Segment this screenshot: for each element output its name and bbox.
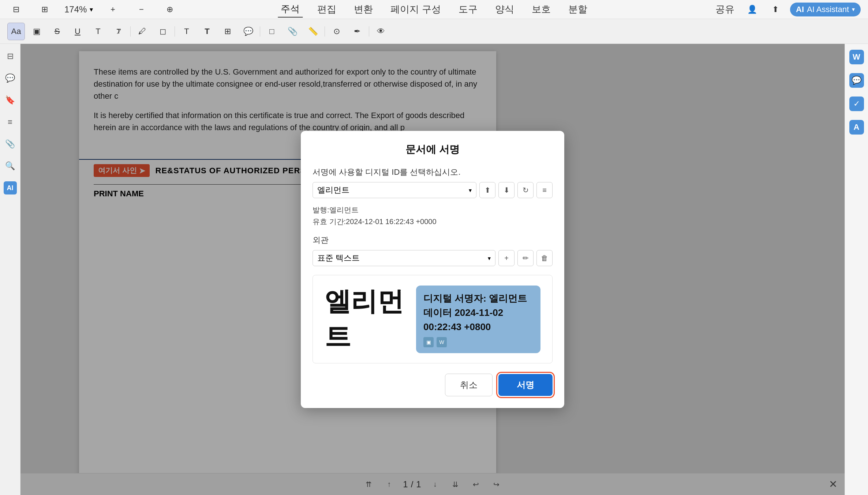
stamp-btn[interactable]: ⊙ <box>328 23 345 40</box>
content-area: These items are controlled by the U.S. G… <box>20 44 845 495</box>
cert-issuer: 발행:엘리먼트 <box>313 204 553 216</box>
menu-forms[interactable]: 양식 <box>492 1 517 17</box>
sidebar-ai-icon[interactable]: AI <box>4 181 17 194</box>
appearance-edit-btn[interactable]: ✏ <box>517 250 534 266</box>
ai-assistant-btn[interactable]: AI AI Assistant ▾ <box>790 3 861 16</box>
right-chat-icon[interactable]: 💬 <box>849 73 864 88</box>
strikethrough-btn[interactable]: S <box>48 23 66 40</box>
text-tool-btn[interactable]: T <box>178 23 195 40</box>
underline-btn[interactable]: U <box>69 23 86 40</box>
sidebar-search-icon[interactable]: 🔍 <box>4 159 17 173</box>
menu-tools[interactable]: 도구 <box>456 1 480 17</box>
right-translate-icon[interactable]: A <box>849 120 864 135</box>
ai-icon-label: AI <box>796 5 804 14</box>
sidebar-comments-icon[interactable]: 💬 <box>4 72 17 85</box>
text-format-btn[interactable]: T̷ <box>110 23 127 40</box>
sig-icons-row: ▣ W <box>423 337 533 347</box>
sig-time-info: 00:22:43 +0800 <box>423 320 533 334</box>
preview-btn[interactable]: 👁 <box>372 23 390 40</box>
top-menu-bar: ⊟ ⊞ 174% ▾ + − ⊕ 주석 편집 변환 페이지 구성 도구 양식 보… <box>0 0 868 19</box>
appearance-delete-btn[interactable]: 🗑 <box>536 250 553 266</box>
ink-sign-btn[interactable]: ✒ <box>348 23 366 40</box>
menu-edit[interactable]: 편집 <box>314 1 339 17</box>
zoom-dropdown-icon[interactable]: ▾ <box>90 5 93 14</box>
sidebar-pages-icon[interactable]: ⊟ <box>4 50 17 63</box>
cert-validity: 유효 기간:2024-12-01 16:22:43 +0000 <box>313 216 553 227</box>
toolbar-divider-1 <box>130 26 131 37</box>
zoom-out-btn[interactable]: − <box>132 1 150 18</box>
sig-icon-1: ▣ <box>423 337 434 347</box>
menu-annotation[interactable]: 주석 <box>278 1 303 18</box>
highlight-rect-btn[interactable]: ▣ <box>28 23 45 40</box>
upload-btn[interactable]: ⬆ <box>767 1 784 18</box>
toolbar-divider-5 <box>369 26 369 37</box>
sig-digital-box: 디지털 서명자: 엘리먼트 데이터 2024-11-02 00:22:43 +0… <box>416 286 540 353</box>
sign-document-modal: 문서에 서명 서명에 사용할 디지털 ID를 선택하십시오. 엘리먼트 ▾ ⬆ … <box>301 131 564 408</box>
menu-page-layout[interactable]: 페이지 구성 <box>388 1 444 17</box>
modal-subtitle: 서명에 사용할 디지털 ID를 선택하십시오. <box>313 167 553 178</box>
appearance-chevron-icon: ▾ <box>488 255 491 262</box>
sig-icon-2: W <box>437 337 447 347</box>
font-btn[interactable]: Aa <box>7 23 25 40</box>
id-import-btn[interactable]: ⬆ <box>479 182 495 198</box>
signature-preview: 엘리먼트 디지털 서명자: 엘리먼트 데이터 2024-11-02 00:22:… <box>313 275 553 363</box>
right-check-icon[interactable]: ✓ <box>849 97 864 111</box>
digital-id-value: 엘리먼트 <box>317 185 349 196</box>
toolbar-divider-3 <box>260 26 260 37</box>
eraser-btn[interactable]: ◻ <box>154 23 172 40</box>
dropdown-chevron-icon: ▾ <box>469 187 472 194</box>
appearance-value: 표준 텍스트 <box>317 253 360 264</box>
sidebar-toggle-btn[interactable]: ⊟ <box>7 1 25 18</box>
modal-overlay: 문서에 서명 서명에 사용할 디지털 ID를 선택하십시오. 엘리먼트 ▾ ⬆ … <box>20 44 845 495</box>
appearance-row: 표준 텍스트 ▾ + ✏ 🗑 <box>313 250 553 266</box>
main-area: ⊟ 💬 🔖 ≡ 📎 🔍 AI These items are controlle… <box>0 44 868 495</box>
share-btn[interactable]: 공유 <box>712 1 737 17</box>
appearance-add-btn[interactable]: + <box>498 250 515 266</box>
ai-assistant-label: AI Assistant <box>807 5 849 14</box>
appearance-dropdown[interactable]: 표준 텍스트 ▾ <box>313 250 495 266</box>
digital-id-dropdown[interactable]: 엘리먼트 ▾ <box>313 182 476 198</box>
sidebar-clips-icon[interactable]: 📎 <box>4 137 17 151</box>
ai-chevron-icon: ▾ <box>852 6 855 13</box>
sig-digital-title: 디지털 서명자: 엘리먼트 <box>423 291 533 306</box>
appearance-label: 외관 <box>313 235 553 246</box>
menu-split[interactable]: 분할 <box>565 1 590 17</box>
zoom-value: 174% <box>64 4 87 15</box>
modal-title: 문서에 서명 <box>313 143 553 156</box>
shape-btn[interactable]: □ <box>263 23 281 40</box>
sig-name: 엘리먼트 <box>325 284 404 354</box>
right-sidebar: W 💬 ✓ A <box>845 44 868 495</box>
menu-convert[interactable]: 변환 <box>351 1 376 17</box>
text-color-btn[interactable]: T <box>89 23 107 40</box>
zoom-control: 174% ▾ <box>64 4 93 15</box>
attach-file-btn[interactable]: 📎 <box>284 23 301 40</box>
callout-btn[interactable]: 💬 <box>239 23 257 40</box>
sidebar-bookmarks-icon[interactable]: 🔖 <box>4 94 17 107</box>
zoom-in-btn[interactable]: + <box>104 1 121 18</box>
cert-info: 발행:엘리먼트 유효 기간:2024-12-01 16:22:43 +0000 <box>313 204 553 227</box>
user-profile-btn[interactable]: 👤 <box>743 1 761 18</box>
grid-toggle-btn[interactable]: ⊞ <box>36 1 53 18</box>
fill-btn[interactable]: 🖊 <box>134 23 151 40</box>
fit-page-btn[interactable]: ⊕ <box>161 1 179 18</box>
sig-date-info: 데이터 2024-11-02 <box>423 306 533 320</box>
left-sidebar: ⊟ 💬 🔖 ≡ 📎 🔍 AI <box>0 44 20 495</box>
menu-protect[interactable]: 보호 <box>529 1 554 17</box>
id-export-btn[interactable]: ⬇ <box>498 182 515 198</box>
digital-id-row: 엘리먼트 ▾ ⬆ ⬇ ↻ ≡ <box>313 182 553 198</box>
ruler-btn[interactable]: 📏 <box>304 23 322 40</box>
sidebar-layers-icon[interactable]: ≡ <box>4 116 17 129</box>
toolbar-divider-2 <box>175 26 175 37</box>
cancel-button[interactable]: 취소 <box>445 374 493 396</box>
modal-btn-row: 취소 서명 <box>313 374 553 396</box>
id-menu-btn[interactable]: ≡ <box>536 182 553 198</box>
toolbar-divider-4 <box>325 26 325 37</box>
format-toolbar: Aa ▣ S U T T̷ 🖊 ◻ T T ⊞ 💬 □ 📎 📏 ⊙ ✒ 👁 <box>0 19 868 44</box>
id-refresh-btn[interactable]: ↻ <box>517 182 534 198</box>
text-box-btn[interactable]: T <box>198 23 216 40</box>
right-word-icon[interactable]: W <box>849 50 864 64</box>
sign-button[interactable]: 서명 <box>498 374 553 396</box>
table-insert-btn[interactable]: ⊞ <box>219 23 236 40</box>
